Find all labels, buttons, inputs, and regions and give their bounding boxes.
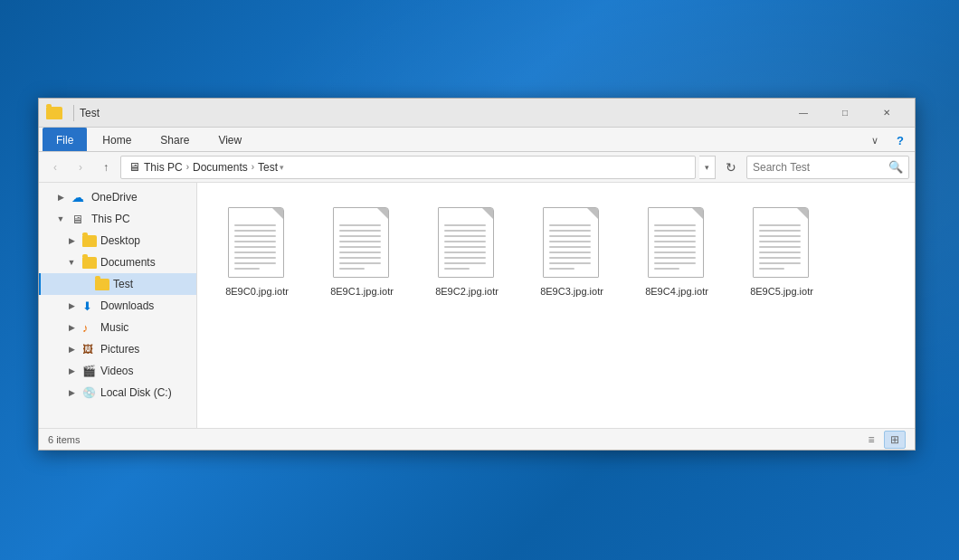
file-item[interactable]: 8E9C1.jpg.iotr: [317, 197, 407, 305]
file-line: [549, 262, 591, 264]
breadcrumb-test[interactable]: Test: [258, 161, 278, 174]
view-tiles-button[interactable]: ⊞: [884, 431, 906, 449]
localdisk-icon: 💿: [82, 385, 97, 400]
sidebar-item-videos[interactable]: ▶ 🎬 Videos: [39, 360, 196, 382]
file-line: [759, 262, 801, 264]
maximize-button[interactable]: □: [824, 99, 866, 128]
breadcrumb: 🖥 This PC › Documents › Test ▾: [128, 160, 284, 174]
file-name: 8E9C0.jpg.iotr: [225, 285, 289, 298]
search-input[interactable]: [753, 161, 885, 174]
refresh-icon: ↻: [726, 160, 736, 175]
desktop-folder-icon: [82, 235, 97, 247]
sidebar-label-documents: Documents: [100, 256, 156, 269]
sidebar-item-onedrive[interactable]: ▶ ☁ OneDrive: [39, 186, 196, 208]
file-item[interactable]: 8E9C5.jpg.iotr: [736, 197, 827, 305]
thispc-expand-icon: ▼: [53, 212, 68, 226]
pictures-expand-icon: ▶: [64, 342, 79, 356]
sidebar-item-music[interactable]: ▶ ♪ Music: [39, 317, 196, 338]
view-icons: ≡ ⊞: [860, 431, 906, 449]
sidebar-item-localdisk[interactable]: ▶ 💿 Local Disk (C:): [39, 382, 196, 403]
pc-icon: 🖥: [128, 160, 140, 174]
file-line: [654, 235, 696, 237]
help-button[interactable]: ?: [889, 129, 911, 151]
search-icon[interactable]: 🔍: [888, 159, 903, 176]
sidebar-item-documents[interactable]: ▼ Documents: [39, 252, 196, 273]
file-line: [654, 224, 696, 226]
breadcrumb-documents[interactable]: Documents: [193, 161, 248, 174]
back-button[interactable]: ‹: [44, 157, 66, 178]
sidebar-label-desktop: Desktop: [100, 234, 140, 247]
minimize-button[interactable]: —: [783, 99, 824, 128]
tab-file[interactable]: File: [43, 128, 87, 151]
breadcrumb-sep-2: ›: [252, 162, 254, 172]
up-icon: ↑: [103, 161, 109, 174]
address-dropdown[interactable]: ▾: [699, 156, 716, 179]
refresh-button[interactable]: ↻: [719, 156, 743, 179]
forward-button[interactable]: ›: [70, 157, 91, 178]
file-line: [444, 262, 486, 264]
file-line: [339, 230, 381, 232]
file-page: [228, 207, 284, 278]
file-line: [654, 268, 679, 270]
file-item[interactable]: 8E9C2.jpg.iotr: [422, 197, 512, 305]
file-line: [339, 241, 381, 242]
file-line: [759, 235, 801, 237]
videos-expand-icon: ▶: [64, 364, 79, 378]
file-item[interactable]: 8E9C4.jpg.iotr: [631, 197, 722, 305]
test-expand-icon: [77, 277, 91, 291]
address-box[interactable]: 🖥 This PC › Documents › Test ▾: [120, 156, 696, 179]
file-line: [654, 262, 696, 264]
title-bar: Test — □ ✕: [39, 99, 915, 128]
file-page: [753, 207, 809, 278]
thispc-icon: 🖥: [71, 213, 88, 225]
file-lines: [654, 224, 696, 273]
file-line: [444, 246, 486, 248]
file-line: [549, 257, 591, 259]
sidebar-item-pictures[interactable]: ▶ 🖼 Pictures: [39, 338, 196, 360]
close-button[interactable]: ✕: [866, 99, 907, 128]
file-line: [759, 246, 801, 248]
up-button[interactable]: ↑: [95, 157, 117, 178]
file-item[interactable]: 8E9C0.jpg.iotr: [212, 197, 302, 305]
file-line: [654, 241, 696, 242]
ribbon-expand-button[interactable]: ∨: [864, 129, 886, 151]
file-line: [234, 235, 276, 237]
file-name: 8E9C3.jpg.iotr: [540, 285, 603, 298]
file-line: [444, 230, 486, 232]
sidebar-label-onedrive: OneDrive: [91, 191, 138, 204]
file-item[interactable]: 8E9C3.jpg.iotr: [527, 197, 617, 305]
status-bar: 6 items ≡ ⊞: [39, 428, 915, 450]
onedrive-icon: ☁: [71, 191, 88, 204]
file-page: [648, 207, 704, 278]
file-line: [234, 230, 276, 232]
tab-home[interactable]: Home: [89, 128, 145, 151]
tab-view[interactable]: View: [204, 128, 255, 151]
file-line: [444, 252, 486, 253]
sidebar-item-thispc[interactable]: ▼ 🖥 This PC: [39, 208, 196, 230]
breadcrumb-chevron: ▾: [280, 163, 284, 172]
tab-share[interactable]: Share: [147, 128, 203, 151]
title-divider: [73, 105, 74, 121]
view-details-button[interactable]: ≡: [860, 431, 882, 449]
file-line: [759, 230, 801, 232]
sidebar-item-desktop[interactable]: ▶ Desktop: [39, 230, 196, 252]
sidebar-label-test: Test: [113, 278, 133, 290]
file-line: [234, 268, 260, 270]
file-line: [444, 241, 486, 242]
back-icon: ‹: [53, 161, 57, 174]
search-box[interactable]: 🔍: [746, 156, 909, 179]
file-line: [654, 246, 696, 248]
localdisk-expand-icon: ▶: [64, 385, 79, 400]
sidebar-item-test[interactable]: Test: [39, 273, 196, 295]
file-line: [549, 246, 591, 248]
ribbon: File Home Share View ∨ ?: [39, 128, 915, 152]
file-line: [339, 268, 365, 270]
file-explorer-window: Test — □ ✕ File Home Share View ∨ ? ‹ › …: [38, 98, 916, 451]
file-line: [234, 246, 276, 248]
file-line: [549, 224, 591, 226]
sidebar-item-downloads[interactable]: ▶ ⬇ Downloads: [39, 295, 196, 317]
downloads-icon: ⬇: [82, 299, 97, 313]
file-icon: [435, 204, 498, 281]
file-line: [654, 257, 696, 259]
breadcrumb-this-pc[interactable]: This PC: [144, 161, 183, 174]
